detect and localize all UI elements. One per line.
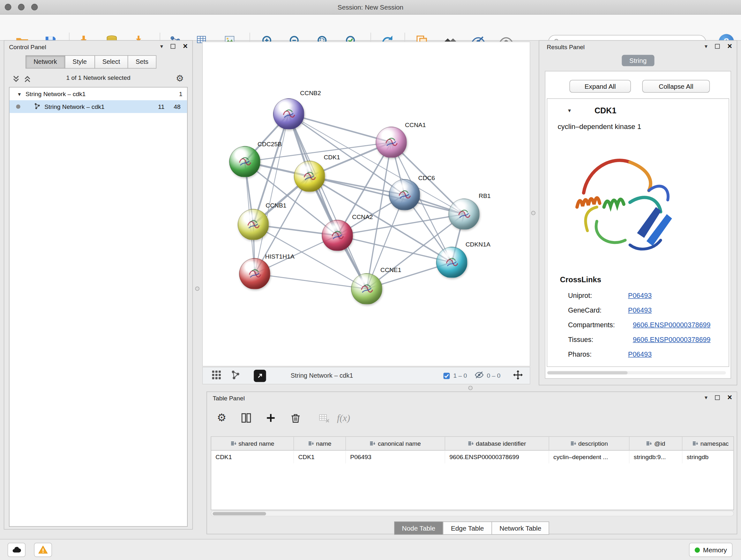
selected-checkbox-icon[interactable] xyxy=(443,372,451,380)
open-in-window-button[interactable] xyxy=(254,369,266,382)
table-cell[interactable]: CDK1 xyxy=(211,450,294,463)
network-canvas[interactable]: CCNB2CCNA1CDC25BCDK1CDC6RB1CCNB1CCNA2CDK… xyxy=(202,42,530,366)
network-node-cdkn1a[interactable] xyxy=(436,247,468,278)
hidden-eye-slash-icon[interactable] xyxy=(475,370,484,381)
network-edge[interactable] xyxy=(289,114,367,289)
table-cell[interactable]: stringdb xyxy=(682,450,734,463)
network-node-rb1[interactable] xyxy=(448,199,480,230)
network-row-selected[interactable]: String Network – cdk1 11 48 xyxy=(10,100,187,113)
panel-maximize-icon[interactable] xyxy=(715,395,720,400)
network-node-ccne1[interactable] xyxy=(351,273,382,305)
table-cell[interactable]: CDK1 xyxy=(294,450,346,463)
network-edge-count: 48 xyxy=(174,103,180,110)
expand-all-button[interactable]: Expand All xyxy=(569,80,631,92)
network-collection-row[interactable]: ▾ String Network – cdk1 1 xyxy=(10,87,187,100)
column-header-namespac[interactable]: namespac xyxy=(682,437,734,450)
tree-expand-caret-icon[interactable]: ▾ xyxy=(18,91,21,98)
column-header-label: description xyxy=(578,440,608,447)
table-panel-header-icons: ▾ × xyxy=(704,394,732,401)
network-options-gear-icon[interactable]: ⚙ xyxy=(176,74,184,83)
panel-close-icon[interactable]: × xyxy=(183,44,188,49)
tab-string[interactable]: String xyxy=(622,55,654,66)
node-label-ccne1: CCNE1 xyxy=(381,266,401,273)
tab-network[interactable]: Network xyxy=(25,55,65,68)
crosslink-row: Compartments: 9606.ENSP00000378699 xyxy=(568,321,724,332)
results-panel-title: Results Panel xyxy=(547,44,585,51)
table-row[interactable]: CDK1CDK1P064939606.ENSP00000378699cyclin… xyxy=(211,450,733,463)
scrollbar-thumb[interactable] xyxy=(547,371,628,374)
collapse-all-button[interactable]: Collapse All xyxy=(643,80,710,92)
panel-float-caret-icon[interactable]: ▾ xyxy=(160,43,163,50)
application-window: Session: New Session xyxy=(0,0,741,560)
column-header-label: shared name xyxy=(239,440,274,447)
tab-edge-table[interactable]: Edge Table xyxy=(443,521,492,535)
panel-close-icon[interactable]: × xyxy=(727,395,732,400)
crosslink-row: Pharos: P06493 xyxy=(568,350,724,361)
node-label-cdc25b: CDC25B xyxy=(258,140,282,147)
network-node-ccna1[interactable] xyxy=(376,127,407,158)
table-settings-gear-icon[interactable]: ⚙ xyxy=(213,410,229,426)
protein-collapse-caret-icon[interactable]: ▾ xyxy=(568,107,571,114)
delete-column-trash-icon[interactable] xyxy=(287,410,303,426)
column-header-label: name xyxy=(316,440,331,447)
network-node-cdc25b[interactable] xyxy=(229,146,260,178)
node-label-ccnb1: CCNB1 xyxy=(266,202,286,209)
crosslink-label: Pharos: xyxy=(568,350,592,358)
table-cell[interactable]: stringdb:9... xyxy=(630,450,683,463)
crosslink-row: Tissues: 9606.ENSP00000378699 xyxy=(568,335,724,346)
network-edge[interactable] xyxy=(255,273,367,289)
network-node-ccna2[interactable] xyxy=(322,220,353,251)
results-horizontal-scrollbar[interactable] xyxy=(547,371,726,374)
panel-float-caret-icon[interactable]: ▾ xyxy=(704,43,708,50)
crosslink-link[interactable]: P06493 xyxy=(628,292,652,300)
node-label-ccna1: CCNA1 xyxy=(405,122,426,129)
crosslink-link[interactable]: 9606.ENSP00000378699 xyxy=(633,321,711,329)
column-header--id[interactable]: @id xyxy=(630,437,683,450)
right-splitter-handle[interactable] xyxy=(531,211,535,215)
tab-node-table[interactable]: Node Table xyxy=(394,521,443,535)
network-edge[interactable] xyxy=(337,235,452,262)
column-header-canonical-name[interactable]: canonical name xyxy=(346,437,445,450)
show-columns-icon[interactable] xyxy=(238,410,254,426)
panel-maximize-icon[interactable] xyxy=(171,44,176,49)
network-node-cdc6[interactable] xyxy=(389,179,420,210)
string-results-container: Expand All Collapse All ▾ CDK1 cyclin–de… xyxy=(545,71,731,379)
network-edges-layer xyxy=(203,42,530,367)
network-node-cdk1[interactable] xyxy=(294,161,325,192)
panel-close-icon[interactable]: × xyxy=(727,44,732,49)
pan-move-icon[interactable] xyxy=(513,369,523,382)
birds-eye-grid-icon[interactable] xyxy=(211,369,222,382)
protein-description: cyclin–dependent kinase 1 xyxy=(557,123,641,131)
results-panel-header-icons: ▾ × xyxy=(704,43,732,50)
column-header-shared-name[interactable]: shared name xyxy=(211,437,294,450)
column-header-name[interactable]: name xyxy=(294,437,346,450)
table-cell[interactable]: P06493 xyxy=(346,450,445,463)
table-cell[interactable]: 9606.ENSP00000378699 xyxy=(445,450,549,463)
network-edge[interactable] xyxy=(255,114,289,274)
panel-float-caret-icon[interactable]: ▾ xyxy=(704,394,708,401)
network-node-ccnb2[interactable] xyxy=(273,98,305,130)
create-column-plus-icon[interactable] xyxy=(263,410,279,426)
tab-sets[interactable]: Sets xyxy=(128,55,156,68)
panel-maximize-icon[interactable] xyxy=(715,44,720,49)
table-cell[interactable]: cyclin–dependent ... xyxy=(549,450,630,463)
network-share-icon[interactable] xyxy=(230,369,241,382)
crosslink-link[interactable]: P06493 xyxy=(628,307,652,314)
network-node-hist1h1a[interactable] xyxy=(239,258,270,290)
column-header-database-identifier[interactable]: database identifier xyxy=(445,437,549,450)
horizontal-splitter-handle[interactable] xyxy=(468,386,473,390)
warnings-button[interactable] xyxy=(34,543,52,557)
cloud-status-button[interactable] xyxy=(8,543,25,557)
tab-network-table[interactable]: Network Table xyxy=(491,521,549,535)
cloud-icon xyxy=(11,545,22,555)
left-splitter-handle[interactable] xyxy=(195,287,199,291)
scrollbar-thumb[interactable] xyxy=(212,512,266,515)
network-node-ccnb1[interactable] xyxy=(238,209,269,240)
tab-select[interactable]: Select xyxy=(94,55,128,68)
tab-style[interactable]: Style xyxy=(64,55,95,68)
table-horizontal-scrollbar[interactable] xyxy=(211,510,734,516)
crosslink-link[interactable]: 9606.ENSP00000378699 xyxy=(633,335,711,343)
crosslink-link[interactable]: P06493 xyxy=(628,350,652,358)
memory-button[interactable]: Memory xyxy=(689,543,732,557)
column-header-description[interactable]: description xyxy=(549,437,630,450)
